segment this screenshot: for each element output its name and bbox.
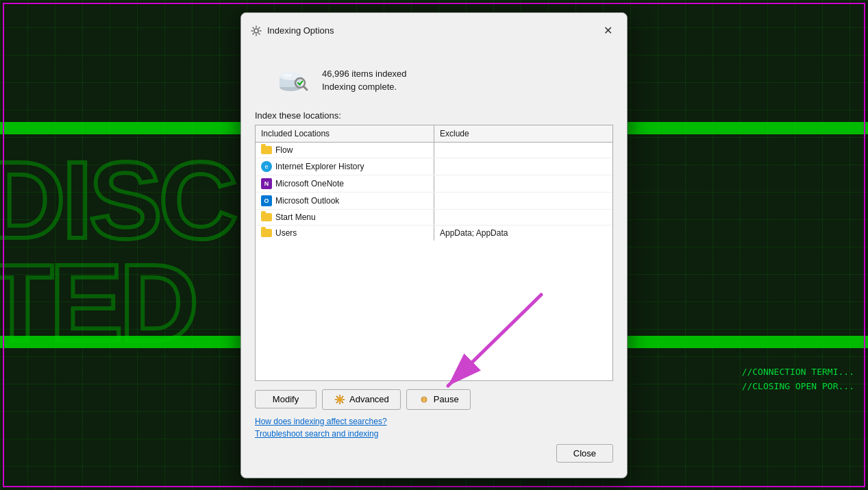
cell-right-flow	[434, 143, 612, 158]
links-section: How does indexing affect searches? Troub…	[255, 417, 613, 439]
cell-left-onenote: N Microsoft OneNote	[256, 175, 434, 192]
close-dialog-button[interactable]: Close	[556, 444, 613, 463]
status-section: 46,996 items indexed Indexing complete.	[255, 53, 613, 110]
indexing-options-dialog: Indexing Options ✕	[240, 12, 628, 478]
troubleshoot-link[interactable]: Troubleshoot search and indexing	[255, 429, 613, 439]
table-row[interactable]: Start Menu	[256, 210, 612, 225]
ie-icon: e	[261, 161, 272, 172]
index-label: Index these locations:	[255, 110, 613, 121]
outlook-icon: O	[261, 195, 272, 206]
dialog-close-button[interactable]: ✕	[598, 21, 617, 40]
svg-point-9	[421, 397, 427, 402]
folder-icon-users	[261, 229, 272, 237]
svg-point-4	[284, 74, 292, 77]
table-row[interactable]: Users AppData; AppData	[256, 225, 612, 241]
cell-left-ie: e Internet Explorer History	[256, 158, 434, 175]
how-indexing-link[interactable]: How does indexing affect searches?	[255, 417, 613, 426]
table-row[interactable]: O Microsoft Outlook	[256, 193, 612, 210]
svg-line-6	[303, 86, 307, 90]
table-row[interactable]: N Microsoft OneNote	[256, 175, 612, 193]
dialog-body: 46,996 items indexed Indexing complete. …	[241, 46, 627, 478]
advanced-btn-icon	[334, 393, 346, 406]
buttons-row: Modify Advanced Pa	[255, 389, 613, 410]
cell-left-flow: Flow	[256, 143, 434, 158]
table-body: Flow e Internet Explorer History	[256, 143, 612, 241]
cell-right-startmenu	[434, 210, 612, 225]
cell-left-outlook: O Microsoft Outlook	[256, 193, 434, 209]
dialog-titlebar: Indexing Options ✕	[241, 13, 627, 46]
col-exclude-header: Exclude	[434, 125, 612, 142]
advanced-button[interactable]: Advanced	[322, 389, 401, 410]
svg-point-0	[254, 29, 258, 33]
svg-rect-11	[424, 397, 425, 401]
dialog-backdrop: Indexing Options ✕	[0, 0, 868, 490]
svg-point-7	[338, 397, 342, 401]
dialog-title-left: Indexing Options	[251, 25, 334, 36]
locations-table: Included Locations Exclude Flow	[255, 125, 613, 381]
dialog-title: Indexing Options	[267, 25, 334, 36]
cell-right-users: AppData; AppData	[434, 225, 612, 241]
status-count: 46,996 items indexed	[322, 69, 407, 79]
col-included-header: Included Locations	[256, 125, 434, 142]
cell-left-startmenu: Start Menu	[256, 210, 434, 225]
modify-button[interactable]: Modify	[255, 390, 317, 408]
status-text: 46,996 items indexed Indexing complete.	[322, 69, 407, 92]
cell-left-users: Users	[256, 225, 434, 241]
onenote-icon: N	[261, 178, 272, 189]
cell-right-onenote	[434, 175, 612, 192]
status-message: Indexing complete.	[322, 82, 407, 92]
folder-icon-flow	[261, 146, 272, 154]
svg-rect-10	[422, 397, 423, 401]
table-header: Included Locations Exclude	[256, 125, 612, 143]
table-row[interactable]: e Internet Explorer History	[256, 158, 612, 175]
close-section: Close	[255, 439, 613, 467]
cell-right-ie	[434, 158, 612, 175]
indexing-icon-title	[251, 25, 262, 36]
pause-btn-icon	[418, 393, 430, 406]
folder-icon-startmenu	[261, 213, 272, 221]
indexing-status-icon	[275, 62, 311, 98]
pause-button[interactable]: Pause	[406, 389, 471, 410]
table-row[interactable]: Flow	[256, 143, 612, 158]
cell-right-outlook	[434, 193, 612, 209]
